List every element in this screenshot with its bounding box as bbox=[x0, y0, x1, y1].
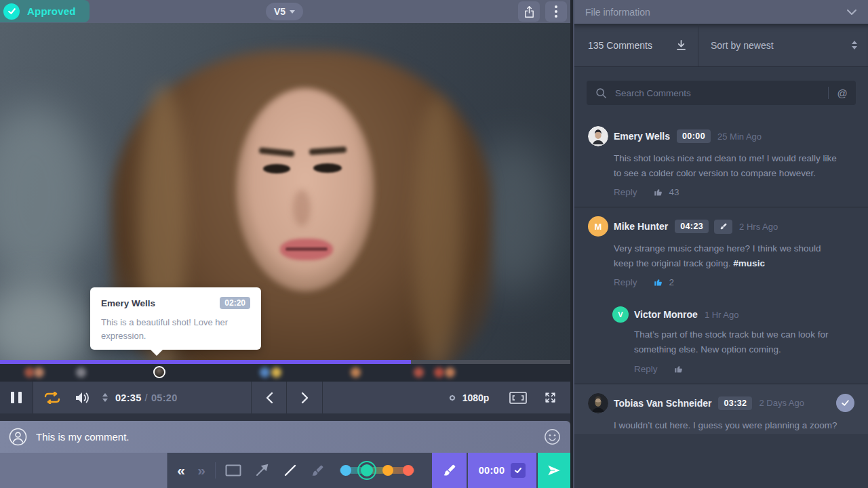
undo-icon: « bbox=[177, 462, 185, 479]
undo-button[interactable]: « bbox=[172, 453, 191, 488]
comment-marker-avatar[interactable] bbox=[76, 367, 86, 378]
color-swatch-red[interactable] bbox=[403, 465, 414, 476]
mention-button[interactable]: @ bbox=[829, 87, 856, 99]
comment-author[interactable]: Mike Hunter bbox=[614, 221, 668, 232]
loop-icon bbox=[44, 392, 60, 404]
comment-timecode-badge[interactable]: 03:32 bbox=[718, 396, 752, 410]
time-display: 02:35 / 05:20 bbox=[115, 382, 217, 413]
file-information-header[interactable]: File information bbox=[574, 0, 868, 24]
comment-marker-avatar[interactable] bbox=[271, 367, 281, 378]
timecode-checkbox[interactable] bbox=[511, 463, 526, 478]
like-button[interactable]: 2 bbox=[654, 277, 675, 287]
volume-icon bbox=[75, 391, 91, 405]
video-subject-face bbox=[313, 163, 342, 173]
color-swatch-blue[interactable] bbox=[340, 465, 351, 476]
video-bg-blur bbox=[0, 104, 95, 287]
search-comments-input[interactable] bbox=[614, 87, 828, 99]
quality-selector[interactable]: 1080p bbox=[439, 382, 497, 413]
comment-item-completed[interactable]: Tobias Van Schneider 03:32 2 Days Ago I … bbox=[574, 384, 868, 434]
like-button[interactable]: 43 bbox=[654, 187, 679, 197]
comment-reply-item[interactable]: V Victor Monroe 1 Hr Ago That’s part of … bbox=[612, 296, 856, 373]
like-button[interactable] bbox=[674, 364, 684, 374]
comment-timecode-badge[interactable]: 04:23 bbox=[675, 220, 709, 233]
comment-author[interactable]: Tobias Van Schneider bbox=[614, 398, 711, 409]
comment-timecode-badge[interactable]: 00:00 bbox=[677, 129, 711, 143]
tooltip-timecode-badge[interactable]: 02:20 bbox=[220, 297, 250, 309]
comment-marker-avatar[interactable] bbox=[434, 367, 444, 378]
comment-marker-avatar[interactable] bbox=[351, 367, 361, 378]
comments-header: 135 Comments Sort by newest bbox=[574, 24, 868, 67]
comment-author[interactable]: Emery Wells bbox=[614, 131, 670, 142]
stepper-down-icon bbox=[102, 399, 108, 402]
approval-status-badge[interactable]: Approved bbox=[0, 0, 90, 22]
arrow-tool-button[interactable] bbox=[250, 453, 273, 488]
reply-link[interactable]: Reply bbox=[634, 364, 658, 374]
color-swatch-teal-selected[interactable] bbox=[361, 464, 373, 476]
avatar bbox=[588, 126, 608, 146]
file-information-title: File information bbox=[585, 7, 650, 18]
avatar-initial: V bbox=[618, 310, 623, 319]
rectangle-tool-button[interactable] bbox=[222, 453, 245, 488]
draw-annotation-button[interactable] bbox=[432, 453, 467, 488]
comment-marker-strip[interactable] bbox=[0, 364, 570, 382]
divider bbox=[0, 413, 570, 421]
comment-input-bar[interactable] bbox=[0, 421, 570, 453]
current-time: 02:35 bbox=[115, 392, 142, 403]
comment-marker-avatar[interactable] bbox=[445, 367, 455, 378]
sort-label: Sort by newest bbox=[711, 40, 774, 51]
toolbar-left-spacer bbox=[0, 453, 167, 488]
volume-stepper[interactable] bbox=[98, 382, 113, 413]
pause-button[interactable] bbox=[0, 382, 33, 413]
loop-button[interactable] bbox=[37, 382, 68, 413]
comment-marker-avatar[interactable] bbox=[414, 367, 424, 378]
fullscreen-button[interactable] bbox=[535, 382, 565, 413]
player-pane: Approved V5 bbox=[0, 0, 570, 488]
comment-marker-avatar[interactable] bbox=[34, 367, 44, 378]
sort-selector[interactable]: Sort by newest bbox=[698, 24, 868, 66]
redo-button[interactable]: » bbox=[192, 453, 211, 488]
comment-thread[interactable]: M Mike Hunter 04:23 2 Hrs Ago Very stran… bbox=[574, 207, 868, 384]
tooltip-body: This is a beautiful shot! Love her expre… bbox=[101, 316, 237, 343]
fit-screen-button[interactable] bbox=[504, 382, 532, 413]
color-swatch-orange[interactable] bbox=[382, 465, 393, 476]
comment-text-input[interactable] bbox=[35, 430, 544, 443]
comment-item[interactable]: Emery Wells 00:00 25 Min Ago This shot l… bbox=[574, 117, 868, 207]
comment-tooltip[interactable]: Emery Wells 02:20 This is a beautiful sh… bbox=[90, 287, 261, 350]
chevron-down-icon bbox=[290, 10, 295, 14]
send-icon bbox=[546, 462, 562, 479]
comment-marker-avatar[interactable] bbox=[24, 367, 35, 378]
brush-tool-button[interactable] bbox=[306, 453, 329, 488]
send-comment-button[interactable] bbox=[538, 453, 570, 488]
video-subject-face bbox=[293, 190, 311, 226]
reply-link[interactable]: Reply bbox=[614, 277, 637, 287]
comment-time-ago: 2 Days Ago bbox=[759, 398, 804, 408]
color-palette bbox=[336, 453, 418, 488]
comment-marker-avatar[interactable] bbox=[260, 367, 270, 378]
comment-completed-check[interactable] bbox=[836, 394, 854, 412]
emoji-icon[interactable] bbox=[544, 428, 561, 445]
more-options-button[interactable] bbox=[545, 1, 567, 22]
next-button[interactable] bbox=[286, 382, 323, 413]
thumbs-up-icon bbox=[654, 187, 664, 197]
hashtag-link[interactable]: #music bbox=[733, 258, 765, 268]
letterbox-icon bbox=[509, 392, 527, 404]
user-avatar-icon bbox=[9, 428, 27, 446]
chevron-left-icon bbox=[266, 392, 273, 404]
comment-author[interactable]: Victor Monroe bbox=[634, 309, 698, 320]
annotation-indicator[interactable] bbox=[714, 220, 732, 234]
line-tool-button[interactable] bbox=[279, 453, 302, 488]
comment-marker-avatar-active[interactable] bbox=[153, 366, 165, 378]
version-selector[interactable]: V5 bbox=[266, 3, 303, 20]
volume-button[interactable] bbox=[68, 382, 98, 413]
annotation-timecode-chip[interactable]: 00:00 bbox=[468, 453, 536, 488]
share-button[interactable] bbox=[518, 1, 540, 22]
download-comments-icon[interactable] bbox=[675, 39, 687, 52]
fullscreen-icon bbox=[544, 391, 557, 404]
reply-link[interactable]: Reply bbox=[614, 187, 637, 197]
avatar-initial: M bbox=[595, 222, 602, 232]
video-viewport[interactable]: Emery Wells 02:20 This is a beautiful sh… bbox=[0, 23, 570, 364]
divider bbox=[215, 462, 216, 479]
search-box[interactable]: @ bbox=[587, 81, 856, 105]
rectangle-icon bbox=[225, 464, 241, 476]
previous-button[interactable] bbox=[251, 382, 287, 413]
